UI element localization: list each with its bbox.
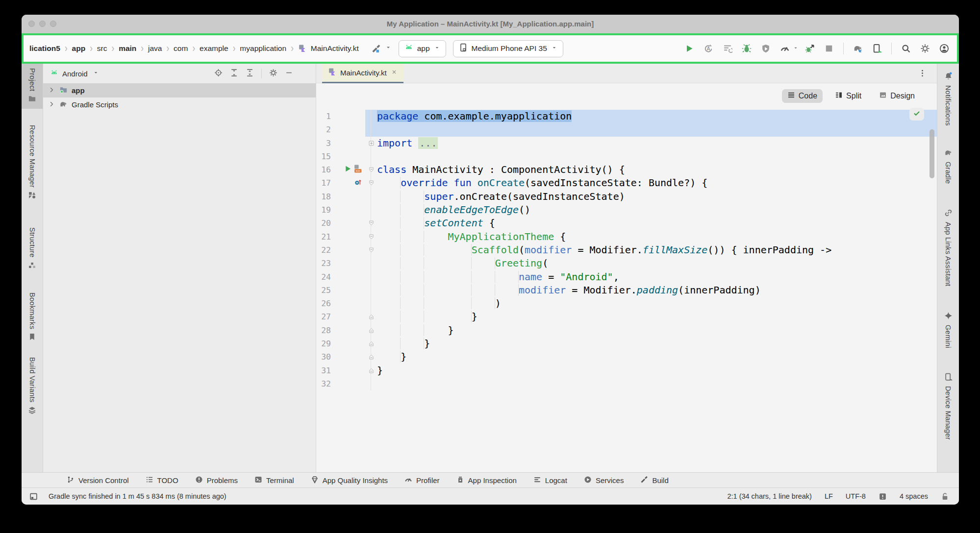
line-number[interactable]: 27 xyxy=(316,310,331,323)
debug-button[interactable] xyxy=(739,41,754,56)
code-line-body[interactable]: Scaffold(modifier = Modifier.fillMaxSize… xyxy=(365,243,937,257)
gear-icon[interactable] xyxy=(917,41,933,56)
status-write-access[interactable] xyxy=(941,492,949,501)
debug-icon[interactable] xyxy=(739,41,754,56)
toolwindow-profiler[interactable]: Profiler xyxy=(404,476,440,485)
line-number[interactable]: 29 xyxy=(316,337,331,350)
tab-mainactivity[interactable]: MainActivity.kt xyxy=(322,64,403,83)
code-line[interactable]: 21 MyApplicationTheme { xyxy=(316,230,937,243)
profile-low-overhead-button[interactable] xyxy=(802,41,818,56)
toolwindow-problems[interactable]: Problems xyxy=(195,476,238,485)
fold-close-icon[interactable] xyxy=(368,364,375,377)
code-line[interactable]: 1package com.example.myapplication xyxy=(316,110,937,123)
account-button[interactable] xyxy=(936,41,952,56)
code-line[interactable]: 18 super.onCreate(savedInstanceState) xyxy=(316,190,937,203)
attach-debugger-button[interactable] xyxy=(758,41,774,56)
profile-bug-arrow-icon[interactable] xyxy=(802,41,818,56)
code-line[interactable]: 2 xyxy=(316,123,937,136)
fold-marker[interactable] xyxy=(365,310,377,323)
profiler-icon[interactable] xyxy=(777,41,793,56)
fold-open-icon[interactable] xyxy=(368,176,375,190)
breadcrumb-item[interactable]: src xyxy=(97,44,107,53)
fold-marker[interactable] xyxy=(365,217,377,230)
fold-marker[interactable] xyxy=(365,337,377,350)
chevron-down-icon[interactable] xyxy=(793,44,799,53)
device-manager-button[interactable] xyxy=(869,41,885,56)
code-line-body[interactable]: import ... xyxy=(365,137,937,150)
project-view-selector[interactable]: Android xyxy=(62,70,88,78)
line-number[interactable]: 18 xyxy=(316,190,331,203)
compose-gutter-icon[interactable]: <> xyxy=(354,163,362,176)
code-line-body[interactable]: class MainActivity : ComponentActivity()… xyxy=(365,163,937,176)
fold-marker[interactable] xyxy=(365,163,377,176)
code-line-body[interactable]: } xyxy=(365,364,937,377)
fold-marker[interactable] xyxy=(365,243,377,257)
run-gutter-icon[interactable] xyxy=(344,163,352,176)
toolwindow-todo[interactable]: TODO xyxy=(146,476,178,485)
code-line[interactable]: 29 } xyxy=(316,337,937,350)
inspections-status-widget[interactable] xyxy=(909,108,924,121)
status-indent-style[interactable]: 4 spaces xyxy=(900,492,928,500)
breadcrumb-item[interactable]: lication5 xyxy=(29,44,60,53)
line-number[interactable]: 21 xyxy=(316,230,331,243)
line-number[interactable]: 25 xyxy=(316,284,331,297)
collapse-all-button[interactable] xyxy=(246,69,254,79)
line-number[interactable]: 30 xyxy=(316,350,331,363)
code-line-body[interactable]: override fun onCreate(savedInstanceState… xyxy=(365,176,937,190)
line-number[interactable]: 15 xyxy=(316,150,331,163)
override-gutter-icon[interactable] xyxy=(354,176,362,190)
lock-open-icon[interactable] xyxy=(941,492,949,501)
code-line-body[interactable]: } xyxy=(365,310,937,323)
toolwindow-version-control[interactable]: Version Control xyxy=(67,476,129,485)
titlebar[interactable]: My Application – MainActivity.kt [My_App… xyxy=(22,15,959,33)
fold-marker[interactable] xyxy=(365,324,377,337)
apply-code-changes-button[interactable] xyxy=(720,41,735,56)
line-number[interactable]: 16 xyxy=(316,163,331,176)
gradle-sync-icon[interactable] xyxy=(850,41,866,56)
breadcrumb-item[interactable]: myapplication xyxy=(240,44,286,53)
stop-icon[interactable] xyxy=(821,41,837,56)
tree-node-app[interactable]: app xyxy=(43,83,316,97)
stripe-item-bookmarks[interactable]: Bookmarks xyxy=(22,288,43,347)
line-number[interactable]: 23 xyxy=(316,257,331,270)
breadcrumb-item[interactable]: com xyxy=(174,44,188,53)
code-line[interactable]: 23 Greeting( xyxy=(316,257,937,270)
toolwindow-logcat[interactable]: Logcat xyxy=(533,476,567,485)
minimize-window-button[interactable] xyxy=(39,21,46,27)
code-line-body[interactable]: } xyxy=(365,337,937,350)
fold-marker[interactable] xyxy=(365,364,377,377)
stop-button[interactable] xyxy=(821,41,837,56)
toolwindow-app-inspection[interactable]: App Inspection xyxy=(456,476,517,485)
status-line-separator[interactable]: LF xyxy=(825,492,833,500)
code-line[interactable]: 19 enableEdgeToEdge() xyxy=(316,203,937,217)
close-window-button[interactable] xyxy=(28,21,35,27)
tool-window-toggle-icon[interactable] xyxy=(29,492,38,501)
editor-body[interactable]: CodeSplitDesign 1package com.example.mya… xyxy=(316,83,937,472)
line-number[interactable]: 22 xyxy=(316,243,331,257)
code-line-body[interactable]: enableEdgeToEdge() xyxy=(365,203,937,217)
stripe-item-app-links-assistant[interactable]: App Links Assistant xyxy=(937,204,959,291)
line-number[interactable]: 17 xyxy=(316,176,331,190)
sync-gradle-button[interactable] xyxy=(850,41,866,56)
device-select[interactable]: Medium Phone API 35 xyxy=(453,40,563,57)
fold-marker[interactable] xyxy=(365,230,377,243)
code-line-body[interactable]: ) xyxy=(365,297,937,310)
line-number[interactable]: 2 xyxy=(316,123,331,136)
code-line[interactable]: 30 } xyxy=(316,350,937,363)
breadcrumb-item[interactable]: MainActivity.kt xyxy=(311,44,359,53)
breadcrumb-item[interactable]: app xyxy=(72,44,86,53)
settings-button[interactable] xyxy=(917,41,933,56)
line-number[interactable]: 3 xyxy=(316,137,331,150)
fold-marker[interactable] xyxy=(365,137,377,150)
locate-file-button[interactable] xyxy=(214,69,223,79)
breadcrumb-item[interactable]: example xyxy=(200,44,228,53)
code-line-body[interactable]: name = "Android", xyxy=(365,270,937,284)
code-line[interactable]: 27 } xyxy=(316,310,937,323)
stripe-item-build-variants[interactable]: Build Variants xyxy=(22,353,43,420)
status-event-log[interactable] xyxy=(879,492,887,501)
run-configuration-type-button[interactable] xyxy=(369,41,392,56)
line-number[interactable]: 19 xyxy=(316,203,331,217)
stripe-item-resource-manager[interactable]: Resource Manager xyxy=(22,121,43,205)
code-line-body[interactable]: setContent { xyxy=(365,217,937,230)
code-line-body[interactable]: MyApplicationTheme { xyxy=(365,230,937,243)
